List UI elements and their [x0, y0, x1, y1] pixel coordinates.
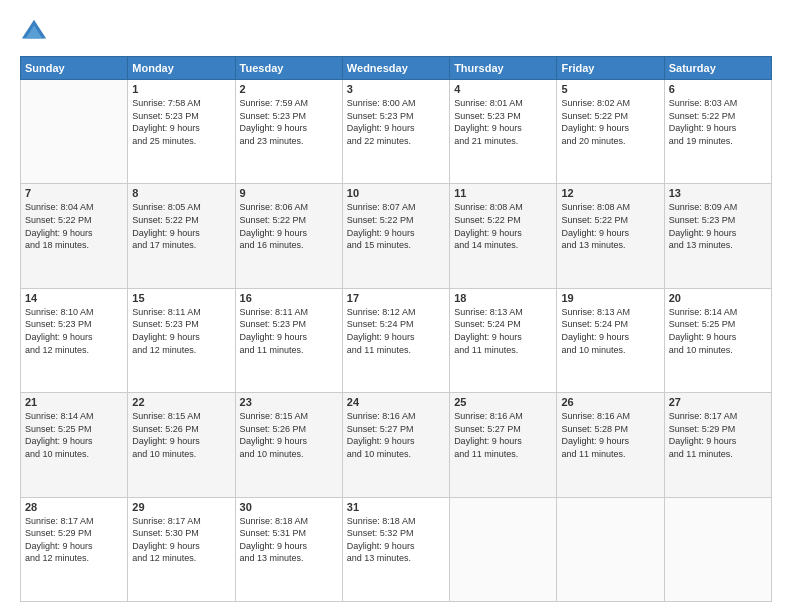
- calendar-cell: 5Sunrise: 8:02 AM Sunset: 5:22 PM Daylig…: [557, 80, 664, 184]
- calendar-cell: 28Sunrise: 8:17 AM Sunset: 5:29 PM Dayli…: [21, 497, 128, 601]
- day-info: Sunrise: 8:15 AM Sunset: 5:26 PM Dayligh…: [132, 410, 230, 460]
- day-number: 17: [347, 292, 445, 304]
- calendar-cell: 17Sunrise: 8:12 AM Sunset: 5:24 PM Dayli…: [342, 288, 449, 392]
- calendar-cell: 29Sunrise: 8:17 AM Sunset: 5:30 PM Dayli…: [128, 497, 235, 601]
- day-info: Sunrise: 8:17 AM Sunset: 5:30 PM Dayligh…: [132, 515, 230, 565]
- day-info: Sunrise: 8:06 AM Sunset: 5:22 PM Dayligh…: [240, 201, 338, 251]
- calendar-cell: [557, 497, 664, 601]
- calendar-cell: [450, 497, 557, 601]
- day-info: Sunrise: 8:18 AM Sunset: 5:32 PM Dayligh…: [347, 515, 445, 565]
- calendar-cell: 14Sunrise: 8:10 AM Sunset: 5:23 PM Dayli…: [21, 288, 128, 392]
- logo: [20, 18, 52, 46]
- day-info: Sunrise: 7:59 AM Sunset: 5:23 PM Dayligh…: [240, 97, 338, 147]
- day-number: 24: [347, 396, 445, 408]
- day-info: Sunrise: 8:16 AM Sunset: 5:28 PM Dayligh…: [561, 410, 659, 460]
- calendar-cell: 22Sunrise: 8:15 AM Sunset: 5:26 PM Dayli…: [128, 393, 235, 497]
- day-number: 1: [132, 83, 230, 95]
- day-number: 10: [347, 187, 445, 199]
- day-info: Sunrise: 8:18 AM Sunset: 5:31 PM Dayligh…: [240, 515, 338, 565]
- day-number: 23: [240, 396, 338, 408]
- calendar-cell: 12Sunrise: 8:08 AM Sunset: 5:22 PM Dayli…: [557, 184, 664, 288]
- day-number: 29: [132, 501, 230, 513]
- page: SundayMondayTuesdayWednesdayThursdayFrid…: [0, 0, 792, 612]
- top-section: [20, 18, 772, 46]
- weekday-header-tuesday: Tuesday: [235, 57, 342, 80]
- calendar-cell: 23Sunrise: 8:15 AM Sunset: 5:26 PM Dayli…: [235, 393, 342, 497]
- day-info: Sunrise: 8:13 AM Sunset: 5:24 PM Dayligh…: [561, 306, 659, 356]
- day-info: Sunrise: 8:17 AM Sunset: 5:29 PM Dayligh…: [669, 410, 767, 460]
- week-row-5: 28Sunrise: 8:17 AM Sunset: 5:29 PM Dayli…: [21, 497, 772, 601]
- week-row-1: 1Sunrise: 7:58 AM Sunset: 5:23 PM Daylig…: [21, 80, 772, 184]
- calendar-cell: 20Sunrise: 8:14 AM Sunset: 5:25 PM Dayli…: [664, 288, 771, 392]
- calendar-cell: 19Sunrise: 8:13 AM Sunset: 5:24 PM Dayli…: [557, 288, 664, 392]
- day-number: 18: [454, 292, 552, 304]
- day-info: Sunrise: 8:17 AM Sunset: 5:29 PM Dayligh…: [25, 515, 123, 565]
- day-number: 12: [561, 187, 659, 199]
- day-number: 30: [240, 501, 338, 513]
- day-info: Sunrise: 8:16 AM Sunset: 5:27 PM Dayligh…: [454, 410, 552, 460]
- week-row-2: 7Sunrise: 8:04 AM Sunset: 5:22 PM Daylig…: [21, 184, 772, 288]
- day-number: 15: [132, 292, 230, 304]
- calendar-cell: 30Sunrise: 8:18 AM Sunset: 5:31 PM Dayli…: [235, 497, 342, 601]
- day-number: 20: [669, 292, 767, 304]
- day-number: 7: [25, 187, 123, 199]
- day-number: 14: [25, 292, 123, 304]
- day-info: Sunrise: 8:08 AM Sunset: 5:22 PM Dayligh…: [454, 201, 552, 251]
- day-number: 19: [561, 292, 659, 304]
- calendar-cell: 31Sunrise: 8:18 AM Sunset: 5:32 PM Dayli…: [342, 497, 449, 601]
- day-info: Sunrise: 8:00 AM Sunset: 5:23 PM Dayligh…: [347, 97, 445, 147]
- calendar-cell: 15Sunrise: 8:11 AM Sunset: 5:23 PM Dayli…: [128, 288, 235, 392]
- day-number: 25: [454, 396, 552, 408]
- day-number: 3: [347, 83, 445, 95]
- calendar-cell: 11Sunrise: 8:08 AM Sunset: 5:22 PM Dayli…: [450, 184, 557, 288]
- day-number: 21: [25, 396, 123, 408]
- day-number: 27: [669, 396, 767, 408]
- day-number: 22: [132, 396, 230, 408]
- day-number: 31: [347, 501, 445, 513]
- weekday-header-thursday: Thursday: [450, 57, 557, 80]
- day-info: Sunrise: 8:03 AM Sunset: 5:22 PM Dayligh…: [669, 97, 767, 147]
- weekday-header-saturday: Saturday: [664, 57, 771, 80]
- day-info: Sunrise: 8:11 AM Sunset: 5:23 PM Dayligh…: [132, 306, 230, 356]
- logo-icon: [20, 18, 48, 46]
- calendar-table: SundayMondayTuesdayWednesdayThursdayFrid…: [20, 56, 772, 602]
- calendar-cell: 4Sunrise: 8:01 AM Sunset: 5:23 PM Daylig…: [450, 80, 557, 184]
- weekday-header-row: SundayMondayTuesdayWednesdayThursdayFrid…: [21, 57, 772, 80]
- day-number: 26: [561, 396, 659, 408]
- day-number: 4: [454, 83, 552, 95]
- day-info: Sunrise: 8:13 AM Sunset: 5:24 PM Dayligh…: [454, 306, 552, 356]
- day-info: Sunrise: 7:58 AM Sunset: 5:23 PM Dayligh…: [132, 97, 230, 147]
- weekday-header-friday: Friday: [557, 57, 664, 80]
- calendar-cell: 16Sunrise: 8:11 AM Sunset: 5:23 PM Dayli…: [235, 288, 342, 392]
- day-number: 16: [240, 292, 338, 304]
- day-info: Sunrise: 8:07 AM Sunset: 5:22 PM Dayligh…: [347, 201, 445, 251]
- calendar-cell: 3Sunrise: 8:00 AM Sunset: 5:23 PM Daylig…: [342, 80, 449, 184]
- calendar-cell: 7Sunrise: 8:04 AM Sunset: 5:22 PM Daylig…: [21, 184, 128, 288]
- calendar-cell: 25Sunrise: 8:16 AM Sunset: 5:27 PM Dayli…: [450, 393, 557, 497]
- calendar-cell: 13Sunrise: 8:09 AM Sunset: 5:23 PM Dayli…: [664, 184, 771, 288]
- calendar-cell: 21Sunrise: 8:14 AM Sunset: 5:25 PM Dayli…: [21, 393, 128, 497]
- day-number: 6: [669, 83, 767, 95]
- day-info: Sunrise: 8:14 AM Sunset: 5:25 PM Dayligh…: [25, 410, 123, 460]
- day-number: 9: [240, 187, 338, 199]
- day-info: Sunrise: 8:05 AM Sunset: 5:22 PM Dayligh…: [132, 201, 230, 251]
- day-info: Sunrise: 8:10 AM Sunset: 5:23 PM Dayligh…: [25, 306, 123, 356]
- day-info: Sunrise: 8:01 AM Sunset: 5:23 PM Dayligh…: [454, 97, 552, 147]
- day-info: Sunrise: 8:11 AM Sunset: 5:23 PM Dayligh…: [240, 306, 338, 356]
- day-info: Sunrise: 8:12 AM Sunset: 5:24 PM Dayligh…: [347, 306, 445, 356]
- calendar-cell: 6Sunrise: 8:03 AM Sunset: 5:22 PM Daylig…: [664, 80, 771, 184]
- day-number: 13: [669, 187, 767, 199]
- day-info: Sunrise: 8:15 AM Sunset: 5:26 PM Dayligh…: [240, 410, 338, 460]
- calendar-cell: 8Sunrise: 8:05 AM Sunset: 5:22 PM Daylig…: [128, 184, 235, 288]
- calendar-cell: 10Sunrise: 8:07 AM Sunset: 5:22 PM Dayli…: [342, 184, 449, 288]
- calendar-cell: 18Sunrise: 8:13 AM Sunset: 5:24 PM Dayli…: [450, 288, 557, 392]
- day-info: Sunrise: 8:09 AM Sunset: 5:23 PM Dayligh…: [669, 201, 767, 251]
- weekday-header-wednesday: Wednesday: [342, 57, 449, 80]
- calendar-cell: 26Sunrise: 8:16 AM Sunset: 5:28 PM Dayli…: [557, 393, 664, 497]
- calendar-cell: [664, 497, 771, 601]
- day-number: 5: [561, 83, 659, 95]
- day-info: Sunrise: 8:02 AM Sunset: 5:22 PM Dayligh…: [561, 97, 659, 147]
- day-number: 2: [240, 83, 338, 95]
- week-row-3: 14Sunrise: 8:10 AM Sunset: 5:23 PM Dayli…: [21, 288, 772, 392]
- calendar-cell: 1Sunrise: 7:58 AM Sunset: 5:23 PM Daylig…: [128, 80, 235, 184]
